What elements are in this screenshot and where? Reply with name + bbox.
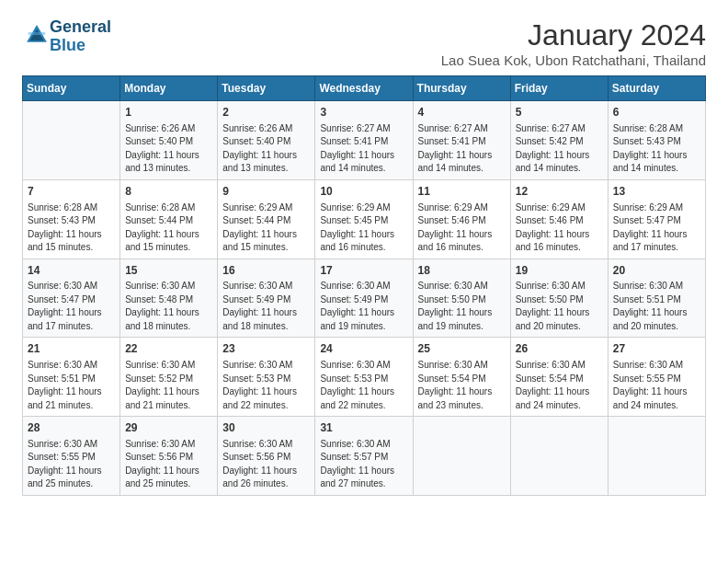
calendar-cell: 3Sunrise: 6:27 AM Sunset: 5:41 PM Daylig… [315,101,413,180]
sunrise-text: Sunrise: 6:29 AM [613,202,683,213]
daylight-text: Daylight: 11 hours and 16 minutes. [320,229,394,253]
sunset-text: Sunset: 5:49 PM [222,294,290,304]
sunrise-text: Sunrise: 6:27 AM [516,123,586,133]
sunrise-text: Sunrise: 6:30 AM [28,439,97,449]
sunrise-text: Sunrise: 6:30 AM [516,281,586,291]
logo-general: General [50,17,111,36]
cell-info: Sunrise: 6:30 AM Sunset: 5:56 PM Dayligh… [222,438,310,491]
calendar-cell: 31Sunrise: 6:30 AM Sunset: 5:57 PM Dayli… [315,417,413,496]
calendar-cell: 18Sunrise: 6:30 AM Sunset: 5:50 PM Dayli… [413,259,510,338]
sunrise-text: Sunrise: 6:30 AM [28,281,97,291]
cell-info: Sunrise: 6:30 AM Sunset: 5:52 PM Dayligh… [125,359,212,412]
cell-info: Sunrise: 6:30 AM Sunset: 5:51 PM Dayligh… [28,359,115,412]
calendar-cell: 28Sunrise: 6:30 AM Sunset: 5:55 PM Dayli… [23,417,120,496]
daylight-text: Daylight: 11 hours and 27 minutes. [320,465,394,489]
sunrise-text: Sunrise: 6:29 AM [320,202,390,213]
day-number: 16 [222,263,310,279]
daylight-text: Daylight: 11 hours and 14 minutes. [320,150,394,174]
daylight-text: Daylight: 11 hours and 18 minutes. [222,307,297,331]
title-block: January 2024 Lao Suea Kok, Ubon Ratchath… [441,18,706,68]
day-number: 17 [320,263,407,279]
header-thursday: Thursday [413,76,510,101]
daylight-text: Daylight: 11 hours and 23 minutes. [418,386,493,410]
daylight-text: Daylight: 11 hours and 16 minutes. [516,229,590,253]
sunset-text: Sunset: 5:49 PM [320,294,388,304]
calendar-cell: 30Sunrise: 6:30 AM Sunset: 5:56 PM Dayli… [218,417,315,496]
calendar-cell: 1Sunrise: 6:26 AM Sunset: 5:40 PM Daylig… [120,101,218,180]
daylight-text: Daylight: 11 hours and 14 minutes. [613,150,688,174]
header-monday: Monday [120,76,218,101]
sunrise-text: Sunrise: 6:30 AM [222,360,292,370]
calendar-cell: 12Sunrise: 6:29 AM Sunset: 5:46 PM Dayli… [510,179,608,259]
cell-info: Sunrise: 6:28 AM Sunset: 5:44 PM Dayligh… [125,201,212,255]
cell-info: Sunrise: 6:30 AM Sunset: 5:53 PM Dayligh… [320,359,407,412]
day-number: 25 [418,341,506,357]
sunset-text: Sunset: 5:53 PM [222,373,290,384]
day-number: 23 [222,341,310,357]
sunset-text: Sunset: 5:48 PM [125,294,193,304]
cell-info: Sunrise: 6:30 AM Sunset: 5:47 PM Dayligh… [28,280,115,333]
sunrise-text: Sunrise: 6:29 AM [222,202,292,213]
calendar-cell: 15Sunrise: 6:30 AM Sunset: 5:48 PM Dayli… [120,259,218,338]
cell-info: Sunrise: 6:30 AM Sunset: 5:49 PM Dayligh… [222,280,310,333]
daylight-text: Daylight: 11 hours and 21 minutes. [28,386,102,410]
cell-info: Sunrise: 6:26 AM Sunset: 5:40 PM Dayligh… [222,122,310,176]
sunrise-text: Sunrise: 6:30 AM [222,439,292,449]
sunrise-text: Sunrise: 6:29 AM [418,202,488,213]
sunset-text: Sunset: 5:41 PM [418,136,486,146]
sunset-text: Sunset: 5:40 PM [125,136,193,146]
sunrise-text: Sunrise: 6:29 AM [516,202,586,213]
calendar-cell: 6Sunrise: 6:28 AM Sunset: 5:43 PM Daylig… [608,101,705,180]
daylight-text: Daylight: 11 hours and 19 minutes. [418,307,493,331]
day-number: 6 [613,105,700,121]
calendar-week-2: 14Sunrise: 6:30 AM Sunset: 5:47 PM Dayli… [23,259,706,338]
sunrise-text: Sunrise: 6:30 AM [613,281,683,291]
header-friday: Friday [510,76,608,101]
sunset-text: Sunset: 5:51 PM [613,294,681,304]
sunrise-text: Sunrise: 6:30 AM [125,439,195,449]
daylight-text: Daylight: 11 hours and 22 minutes. [320,386,394,410]
daylight-text: Daylight: 11 hours and 22 minutes. [222,386,297,410]
sunset-text: Sunset: 5:55 PM [28,452,96,462]
calendar-cell: 26Sunrise: 6:30 AM Sunset: 5:54 PM Dayli… [510,338,608,417]
sunrise-text: Sunrise: 6:27 AM [320,123,390,133]
cell-info: Sunrise: 6:28 AM Sunset: 5:43 PM Dayligh… [28,201,115,255]
daylight-text: Daylight: 11 hours and 21 minutes. [125,386,199,410]
daylight-text: Daylight: 11 hours and 20 minutes. [613,307,688,331]
calendar-cell: 29Sunrise: 6:30 AM Sunset: 5:56 PM Dayli… [120,417,218,496]
sunrise-text: Sunrise: 6:27 AM [418,123,488,133]
daylight-text: Daylight: 11 hours and 14 minutes. [418,150,493,174]
sunrise-text: Sunrise: 6:30 AM [418,281,488,291]
logo: General Blue [22,18,111,55]
daylight-text: Daylight: 11 hours and 15 minutes. [125,229,199,253]
sunrise-text: Sunrise: 6:30 AM [125,281,195,291]
day-number: 7 [28,184,115,200]
sunset-text: Sunset: 5:43 PM [28,215,96,225]
sunset-text: Sunset: 5:41 PM [320,136,388,146]
day-number: 31 [320,420,407,436]
cell-info: Sunrise: 6:30 AM Sunset: 5:54 PM Dayligh… [418,359,506,412]
day-number: 26 [516,341,603,357]
header-tuesday: Tuesday [218,76,315,101]
sunrise-text: Sunrise: 6:30 AM [418,360,488,370]
sunset-text: Sunset: 5:50 PM [516,294,584,304]
day-number: 21 [28,341,115,357]
sunset-text: Sunset: 5:45 PM [320,215,388,225]
day-number: 15 [125,263,212,279]
sunset-text: Sunset: 5:50 PM [418,294,486,304]
sunrise-text: Sunrise: 6:26 AM [125,123,195,133]
calendar-cell: 9Sunrise: 6:29 AM Sunset: 5:44 PM Daylig… [218,179,315,259]
daylight-text: Daylight: 11 hours and 25 minutes. [28,465,102,489]
day-number: 1 [125,105,212,121]
calendar-cell: 14Sunrise: 6:30 AM Sunset: 5:47 PM Dayli… [23,259,120,338]
sunrise-text: Sunrise: 6:30 AM [320,439,390,449]
day-number: 20 [613,263,700,279]
day-number: 13 [613,184,700,200]
day-number: 24 [320,341,407,357]
page-subtitle: Lao Suea Kok, Ubon Ratchathani, Thailand [441,52,706,68]
cell-info: Sunrise: 6:30 AM Sunset: 5:51 PM Dayligh… [613,280,700,333]
day-number: 11 [418,184,506,200]
sunrise-text: Sunrise: 6:30 AM [320,360,390,370]
day-number: 14 [28,263,115,279]
sunrise-text: Sunrise: 6:28 AM [28,202,97,213]
